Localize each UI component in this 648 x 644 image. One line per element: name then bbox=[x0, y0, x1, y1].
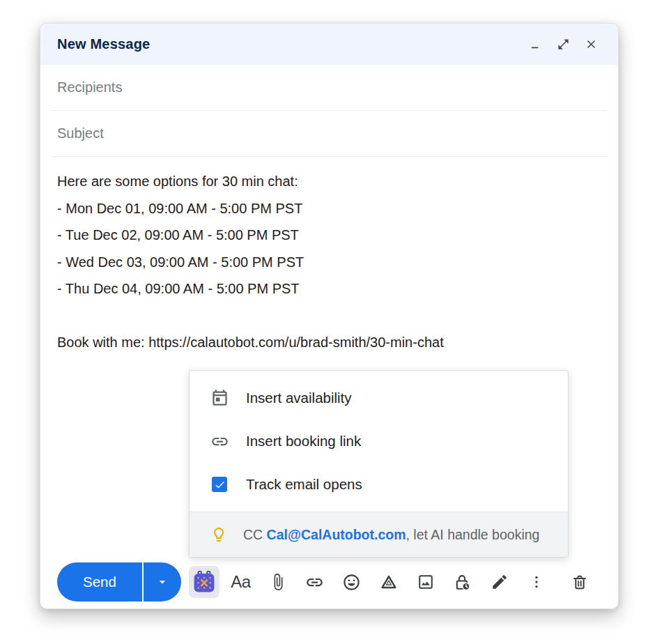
menu-item-label: Insert availability bbox=[246, 390, 352, 406]
subject-input[interactable] bbox=[57, 125, 601, 141]
insert-link-icon bbox=[305, 573, 324, 592]
compose-header: New Message bbox=[40, 24, 618, 65]
menu-item-insert-availability[interactable]: Insert availability bbox=[190, 376, 568, 420]
menu-item-track-email-opens[interactable]: Track email opens bbox=[190, 463, 568, 506]
lightbulb-icon bbox=[210, 526, 227, 543]
menu-item-label: Track email opens bbox=[246, 476, 362, 493]
message-body-editor[interactable]: Here are some options for 30 min chat: -… bbox=[40, 157, 618, 356]
confidential-mode-button[interactable] bbox=[447, 566, 478, 598]
drive-icon bbox=[379, 572, 399, 592]
popout-button[interactable] bbox=[554, 36, 572, 54]
popout-icon bbox=[557, 38, 570, 51]
attach-file-button[interactable] bbox=[263, 566, 293, 598]
insert-link-button[interactable] bbox=[300, 566, 330, 598]
menu-tip-cc-cal[interactable]: CC Cal@CalAutobot.com, let AI handle boo… bbox=[190, 512, 568, 557]
attach-file-icon bbox=[269, 573, 287, 591]
insert-image-button[interactable] bbox=[410, 566, 441, 598]
body-line: - Thu Dec 04, 09:00 AM - 5:00 PM PST bbox=[57, 275, 601, 302]
body-line: - Mon Dec 01, 09:00 AM - 5:00 PM PST bbox=[57, 195, 601, 222]
tip-text: CC Cal@CalAutobot.com, let AI handle boo… bbox=[243, 527, 539, 543]
calendar-icon bbox=[209, 389, 230, 408]
send-split-button: Send bbox=[57, 562, 181, 601]
body-line: - Tue Dec 02, 09:00 AM - 5:00 PM PST bbox=[57, 222, 601, 249]
discard-draft-button[interactable] bbox=[564, 566, 595, 598]
menu-item-label: Insert booking link bbox=[246, 433, 361, 450]
more-options-icon bbox=[528, 574, 545, 590]
cal-extension-button[interactable] bbox=[189, 566, 219, 598]
emoji-icon bbox=[342, 573, 361, 592]
confidential-mode-icon bbox=[453, 573, 472, 592]
body-line-blank bbox=[57, 302, 601, 330]
insert-signature-button[interactable] bbox=[484, 566, 515, 598]
recipients-input[interactable] bbox=[57, 79, 601, 95]
chevron-down-icon bbox=[155, 575, 169, 589]
checkbox-wrap bbox=[209, 477, 230, 492]
compose-toolbar: Send bbox=[57, 560, 604, 604]
formatting-options-icon: Aa bbox=[231, 572, 250, 592]
trash-icon bbox=[571, 573, 589, 591]
body-line: - Wed Dec 03, 09:00 AM - 5:00 PM PST bbox=[57, 249, 601, 276]
tip-email-link[interactable]: Cal@CalAutobot.com bbox=[267, 527, 406, 542]
signature-pen-icon bbox=[491, 573, 509, 591]
checkbox-checked-icon[interactable] bbox=[212, 477, 227, 492]
compose-title: New Message bbox=[57, 36, 150, 52]
menu-item-insert-booking-link[interactable]: Insert booking link bbox=[190, 420, 568, 463]
window-controls bbox=[526, 36, 600, 54]
subject-row bbox=[52, 111, 607, 157]
send-button[interactable]: Send bbox=[57, 562, 142, 601]
formatting-options-button[interactable]: Aa bbox=[226, 566, 256, 598]
more-options-button[interactable] bbox=[521, 566, 552, 598]
insert-image-icon bbox=[417, 573, 435, 591]
send-options-button[interactable] bbox=[144, 562, 181, 601]
minimize-icon bbox=[529, 38, 541, 51]
toolbar-icons: Aa bbox=[189, 566, 595, 598]
link-icon bbox=[209, 432, 230, 451]
compose-window: New Message Here bbox=[40, 23, 619, 609]
close-icon bbox=[585, 38, 598, 51]
cal-extension-icon bbox=[192, 569, 217, 595]
close-button[interactable] bbox=[582, 36, 600, 54]
insert-from-drive-button[interactable] bbox=[373, 566, 404, 598]
minimize-button[interactable] bbox=[526, 36, 544, 54]
recipients-row bbox=[52, 65, 607, 111]
insert-emoji-button[interactable] bbox=[337, 566, 367, 598]
cal-extension-menu: Insert availability Insert booking link … bbox=[189, 370, 569, 558]
body-line: Here are some options for 30 min chat: bbox=[57, 168, 601, 195]
body-line: Book with me: https://calautobot.com/u/b… bbox=[57, 329, 601, 356]
